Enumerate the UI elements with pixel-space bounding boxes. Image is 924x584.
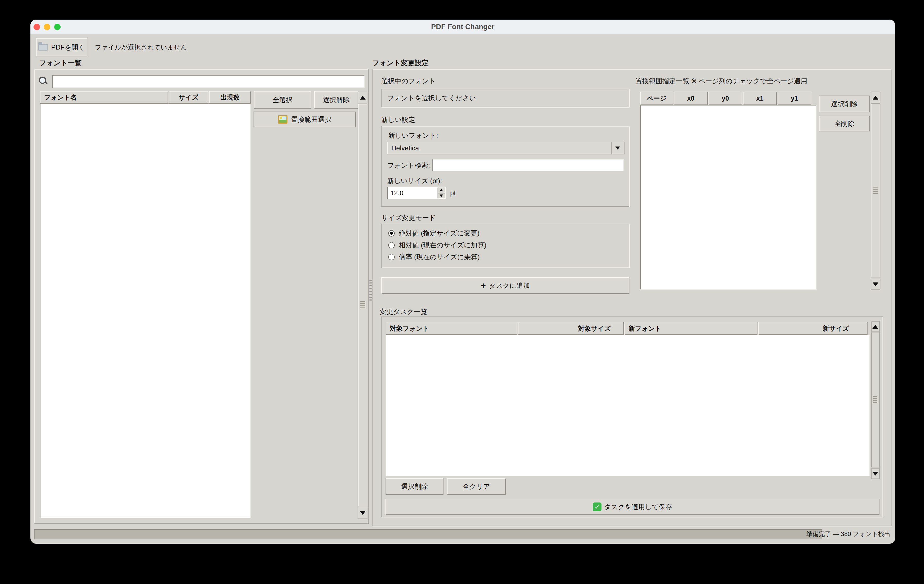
- scroll-down-icon: [360, 511, 366, 515]
- font-search-label: フォント検索:: [387, 161, 430, 170]
- add-task-button[interactable]: + タスクに追加: [381, 277, 629, 294]
- new-size-value: 12.0: [388, 187, 437, 199]
- status-text: 準備完了 — 380 フォント検出: [701, 528, 891, 539]
- minimize-window-button[interactable]: [44, 24, 50, 30]
- new-size-spinbox[interactable]: 12.0: [387, 187, 446, 199]
- spin-down-button[interactable]: [437, 193, 445, 199]
- radio-relative-label: 相対値 (現在のサイズに加算): [399, 241, 487, 250]
- size-mode-title: サイズ変更モード: [381, 213, 436, 222]
- spin-up-button[interactable]: [437, 187, 445, 193]
- radio-icon[interactable]: [388, 254, 395, 260]
- scrollbar-grip: [873, 396, 878, 404]
- ranges-delete-all-button[interactable]: 全削除: [819, 116, 870, 131]
- chevron-down-icon: [615, 147, 620, 150]
- scroll-up-button[interactable]: [871, 321, 879, 332]
- tasks-table-body[interactable]: [386, 335, 870, 476]
- font-search-box[interactable]: [52, 75, 365, 88]
- scroll-up-icon: [873, 96, 878, 99]
- ranges-title: 置換範囲指定一覧 ※ ページ列のチェックで全ページ適用: [635, 77, 807, 86]
- scroll-down-button[interactable]: [871, 279, 880, 290]
- radio-icon[interactable]: [388, 230, 395, 237]
- column-size[interactable]: サイズ: [169, 91, 208, 103]
- selected-font-box: フォントを選択してください: [381, 89, 629, 107]
- scroll-up-button[interactable]: [871, 92, 880, 103]
- tasks-table-header: 対象フォント 対象サイズ 新フォント 新サイズ: [386, 322, 870, 335]
- ranges-table-body[interactable]: [640, 105, 817, 290]
- column-y0[interactable]: y0: [708, 91, 742, 105]
- column-x0[interactable]: x0: [674, 91, 708, 105]
- scroll-down-button[interactable]: [871, 468, 879, 479]
- radio-absolute-label: 絶対値 (指定サイズに変更): [399, 229, 480, 238]
- new-size-label: 新しいサイズ (pt):: [387, 177, 442, 185]
- radio-relative[interactable]: 相対値 (現在のサイズに加算): [388, 240, 487, 250]
- column-y1[interactable]: y1: [777, 91, 811, 105]
- traffic-lights: [33, 24, 61, 30]
- zoom-window-button[interactable]: [54, 24, 61, 30]
- font-table-body[interactable]: [40, 103, 251, 518]
- new-font-combobox[interactable]: Helvetica: [387, 142, 624, 154]
- radio-icon[interactable]: [388, 242, 395, 248]
- spin-down-icon: [440, 195, 443, 197]
- scrollbar-grip: [873, 187, 878, 195]
- font-search-field[interactable]: [432, 159, 624, 171]
- scrollbar-thumb[interactable]: [358, 104, 367, 506]
- open-pdf-button[interactable]: PDFを開く: [36, 38, 87, 56]
- close-window-button[interactable]: [33, 24, 40, 30]
- scroll-down-button[interactable]: [358, 507, 367, 519]
- tasks-box: 対象フォント 対象サイズ 新フォント 新サイズ 選択削除 全クリア ✓ タスクを…: [381, 316, 883, 517]
- picture-icon: [278, 115, 287, 124]
- ranges-table-header: ページ x0 y0 x1 y1: [640, 91, 817, 105]
- column-page[interactable]: ページ: [640, 91, 673, 105]
- size-mode-box: 絶対値 (指定サイズに変更) 相対値 (現在のサイズに加算) 倍率 (現在のサイ…: [381, 223, 629, 268]
- font-list-group: フォント名 サイズ 出現数 全選択 選択解除 置換範囲選択: [34, 69, 369, 524]
- ranges-scrollbar[interactable]: [871, 91, 880, 290]
- check-icon: ✓: [593, 503, 601, 511]
- scroll-up-button[interactable]: [358, 91, 367, 103]
- ranges-delete-selected-button[interactable]: 選択削除: [819, 96, 870, 112]
- font-search-field-box[interactable]: [432, 159, 624, 171]
- scroll-down-icon: [873, 283, 878, 286]
- scrollbar-thumb[interactable]: [871, 332, 879, 467]
- window-title: PDF Font Changer: [431, 23, 495, 31]
- new-font-label: 新しいフォント:: [388, 131, 438, 140]
- radio-multiply-label: 倍率 (現在のサイズに乗算): [399, 253, 480, 261]
- new-setting-box: 新しいフォント: Helvetica フォント検索: 新しいサイズ (pt): …: [381, 126, 629, 207]
- spin-up-icon: [440, 189, 443, 191]
- open-pdf-label: PDFを開く: [51, 43, 85, 52]
- font-table-header: フォント名 サイズ 出現数: [40, 91, 251, 103]
- apply-tasks-button[interactable]: ✓ タスクを適用して保存: [385, 499, 879, 515]
- column-target-size[interactable]: 対象サイズ: [518, 322, 624, 335]
- selected-font-value: フォントを選択してください: [381, 94, 476, 103]
- scrollbar-thumb[interactable]: [871, 103, 880, 278]
- combobox-dropdown-button[interactable]: [611, 142, 624, 154]
- font-list-scrollbar[interactable]: [358, 91, 368, 519]
- app-window: PDF Font Changer PDFを開く ファイルが選択されていません フ…: [30, 20, 895, 544]
- plus-icon: +: [481, 281, 486, 290]
- column-font-name[interactable]: フォント名: [40, 91, 168, 103]
- radio-multiply[interactable]: 倍率 (現在のサイズに乗算): [388, 252, 480, 262]
- add-task-label: タスクに追加: [489, 281, 530, 290]
- deselect-button[interactable]: 選択解除: [314, 91, 358, 109]
- settings-group: 選択中のフォント フォントを選択してください 新しい設定 新しいフォント: He…: [372, 69, 891, 526]
- titlebar: PDF Font Changer: [30, 20, 895, 34]
- font-list-search-input[interactable]: [53, 76, 364, 88]
- select-replace-range-label: 置換範囲選択: [291, 115, 331, 124]
- column-count[interactable]: 出現数: [209, 91, 251, 103]
- select-all-button[interactable]: 全選択: [254, 91, 311, 109]
- select-replace-range-button[interactable]: 置換範囲選択: [254, 112, 356, 127]
- apply-tasks-label: タスクを適用して保存: [604, 503, 672, 511]
- selected-font-title: 選択中のフォント: [381, 77, 436, 86]
- tasks-scrollbar[interactable]: [871, 321, 879, 479]
- new-setting-title: 新しい設定: [381, 115, 415, 124]
- pt-unit-label: pt: [450, 187, 456, 199]
- column-new-font[interactable]: 新フォント: [624, 322, 757, 335]
- column-x1[interactable]: x1: [743, 91, 777, 105]
- radio-absolute[interactable]: 絶対値 (指定サイズに変更): [388, 228, 480, 238]
- font-list-title: フォント一覧: [39, 58, 82, 68]
- tasks-delete-selected-button[interactable]: 選択削除: [386, 478, 444, 495]
- column-new-size[interactable]: 新サイズ: [758, 322, 868, 335]
- tasks-clear-all-button[interactable]: 全クリア: [447, 478, 506, 495]
- scroll-down-icon: [873, 472, 878, 476]
- panel-splitter-handle[interactable]: [370, 280, 372, 302]
- column-target-font[interactable]: 対象フォント: [386, 322, 517, 335]
